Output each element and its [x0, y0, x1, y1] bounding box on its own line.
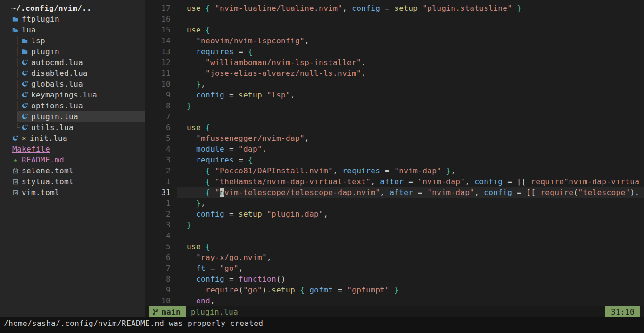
code-line[interactable]: 9 config = setup "lsp",: [145, 89, 644, 100]
tree-item-utils-lua[interactable]: └utils.lua: [0, 122, 145, 133]
tree-item-autocmd-lua[interactable]: │autocmd.lua: [0, 57, 145, 68]
tree-item-label: globals.lua: [31, 79, 83, 89]
tree-item-disabled-lua[interactable]: │disabled.lua: [0, 68, 145, 79]
line-number: 5: [145, 241, 177, 252]
code-line[interactable]: 5 "mfussenegger/nvim-dap",: [145, 133, 644, 144]
code-line[interactable]: 15use {: [145, 24, 644, 35]
line-number: 1: [145, 198, 177, 209]
cursor-position: 31:10: [605, 306, 640, 317]
line-number: 9: [145, 284, 177, 295]
code-line[interactable]: 7 ft = "go",: [145, 263, 644, 274]
tree-item-globals-lua[interactable]: │globals.lua: [0, 79, 145, 89]
code-line[interactable]: 3 requires = {: [145, 154, 644, 165]
code-line[interactable]: 2 { "Pocco81/DAPInstall.nvim", requires …: [145, 165, 644, 176]
code-text: { "nvim-telescope/telescope-dap.nvim", a…: [187, 187, 639, 198]
code-line[interactable]: 14 "neovim/nvim-lspconfig",: [145, 35, 644, 46]
code-text: },: [187, 79, 206, 89]
cursor-block: n: [220, 188, 224, 197]
tree-item-init-lua[interactable]: ×init.lua: [0, 133, 145, 144]
code-text: use {: [187, 122, 210, 133]
tree-item-label: keymapings.lua: [31, 89, 97, 100]
indent-guide: │: [15, 46, 22, 57]
file-explorer-sidebar: ~/.config/nvim/.. ftpluginlua│lsp│plugin…: [0, 0, 145, 317]
tree-item-label: vim.toml: [22, 187, 59, 198]
indent-guide: │: [15, 68, 22, 79]
git-branch-label: main: [162, 308, 181, 317]
code-line[interactable]: 6 "ray-x/go.nvim",: [145, 252, 644, 263]
tree-item-label: lsp: [31, 35, 45, 46]
tree-item-lua[interactable]: lua: [0, 24, 145, 35]
code-text: config = function(): [187, 274, 286, 284]
code-line[interactable]: 4: [145, 230, 644, 241]
tree-item-readme-md[interactable]: ★README.md: [0, 154, 145, 165]
code-line[interactable]: 2 config = setup "plugin.dap",: [145, 209, 644, 219]
tree-item-label: plugin.lua: [31, 111, 78, 122]
tree-item-lsp[interactable]: │lsp: [0, 35, 145, 46]
line-number: 15: [145, 24, 177, 35]
tree-item-label: disabled.lua: [31, 68, 88, 79]
tree-item-makefile[interactable]: Makefile: [0, 144, 145, 154]
lua-icon: [22, 114, 28, 120]
code-text: },: [187, 198, 206, 209]
code-line[interactable]: 8 config = function(): [145, 274, 644, 284]
lua-icon: [22, 81, 28, 87]
tree-item-label: plugin: [31, 46, 59, 57]
star-icon: ★: [12, 157, 18, 163]
code-line[interactable]: 3}: [145, 219, 644, 230]
code-text: end,: [187, 295, 215, 306]
line-number: 2: [145, 209, 177, 219]
code-line[interactable]: 5use {: [145, 241, 644, 252]
code-line[interactable]: 17use { "nvim-lualine/lualine.nvim", con…: [145, 3, 644, 14]
line-number: 8: [145, 100, 177, 111]
code-line[interactable]: 7: [145, 111, 644, 122]
code-line[interactable]: 11 "jose-elias-alvarez/null-ls.nvim",: [145, 68, 644, 79]
line-number: 31: [145, 187, 177, 198]
tree-item-plugin[interactable]: │plugin: [0, 46, 145, 57]
code-area: 17use { "nvim-lualine/lualine.nvim", con…: [145, 3, 644, 306]
line-number: 4: [145, 144, 177, 154]
code-line[interactable]: 10 end,: [145, 295, 644, 306]
tree-item-vim-toml[interactable]: vim.toml: [0, 187, 145, 198]
code-text: "jose-elias-alvarez/null-ls.nvim",: [187, 68, 366, 79]
tree-item-label: stylua.toml: [22, 176, 74, 187]
tree-item-ftplugin[interactable]: ftplugin: [0, 14, 145, 24]
code-line-current[interactable]: 31 { "nvim-telescope/telescope-dap.nvim"…: [145, 187, 644, 198]
lua-icon: [22, 92, 28, 98]
toml-icon: [12, 189, 18, 195]
code-text: use { "nvim-lualine/lualine.nvim", confi…: [187, 3, 521, 14]
tree-item-keymapings-lua[interactable]: │keymapings.lua: [0, 89, 145, 100]
folder-open-icon: [12, 27, 18, 33]
indent-guide: └: [15, 122, 22, 133]
tree-item-label: init.lua: [30, 133, 67, 144]
lua-icon: [12, 135, 18, 141]
line-number: 3: [145, 219, 177, 230]
code-line[interactable]: 16: [145, 14, 644, 24]
line-number: 3: [145, 154, 177, 165]
code-line[interactable]: 1 },: [145, 198, 644, 209]
folder-closed-icon: [12, 16, 18, 22]
toml-icon: [12, 179, 18, 185]
code-line[interactable]: 4 module = "dap",: [145, 144, 644, 154]
code-line[interactable]: 12 "williamboman/nvim-lsp-installer",: [145, 57, 644, 68]
code-line[interactable]: 8}: [145, 100, 644, 111]
code-line[interactable]: 13 requires = {: [145, 46, 644, 57]
lua-icon: [22, 59, 28, 65]
git-branch-icon: [153, 309, 158, 315]
line-number: 9: [145, 89, 177, 100]
code-text: ft = "go",: [187, 263, 243, 274]
tree-root-path: ~/.config/nvim/..: [0, 3, 145, 14]
line-number: 6: [145, 122, 177, 133]
lua-icon: [22, 103, 28, 109]
folder-closed-icon: [22, 49, 28, 55]
tree-item-stylua-toml[interactable]: stylua.toml: [0, 176, 145, 187]
tree-item-selene-toml[interactable]: selene.toml: [0, 165, 145, 176]
tree-item-plugin-lua[interactable]: │plugin.lua: [0, 111, 145, 122]
code-line[interactable]: 6use {: [145, 122, 644, 133]
indent-guide: │: [15, 57, 22, 68]
code-editor[interactable]: 17use { "nvim-lualine/lualine.nvim", con…: [145, 0, 644, 306]
code-line[interactable]: 10 },: [145, 79, 644, 89]
tree-item-label: ftplugin: [22, 14, 59, 24]
code-line[interactable]: 1 { "theHamsta/nvim-dap-virtual-text", a…: [145, 176, 644, 187]
tree-item-options-lua[interactable]: │options.lua: [0, 100, 145, 111]
code-line[interactable]: 9 require("go").setup { gofmt = "gpfumpt…: [145, 284, 644, 295]
